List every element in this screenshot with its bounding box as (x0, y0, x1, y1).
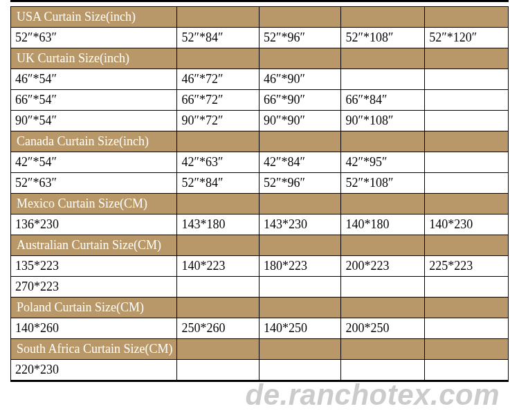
size-cell: 52″*96″ (259, 173, 341, 194)
size-cell: 52″*96″ (259, 28, 341, 48)
header-cell (177, 298, 260, 318)
section-header: Australian Curtain Size(CM) (11, 235, 509, 256)
header-cell (425, 339, 509, 360)
size-cell: 143*230 (259, 214, 341, 235)
size-cell: 143*180 (177, 214, 260, 235)
header-cell (425, 235, 509, 256)
header-cell (259, 48, 341, 69)
size-cell: 90″*90″ (259, 111, 341, 131)
bottom-rule (10, 380, 509, 382)
size-cell (425, 90, 509, 111)
size-cell: 66″*84″ (341, 90, 425, 111)
table-row: 135*223140*223180*223200*223225*223 (11, 256, 509, 277)
curtain-size-table: USA Curtain Size(inch) 52″*63″52″*84″52″… (10, 6, 509, 381)
size-cell (425, 277, 509, 298)
section-title: USA Curtain Size(inch) (11, 7, 177, 28)
table-row: 42″*54″42″*63″42″*84″42″*95″ (11, 152, 509, 173)
size-cell (425, 360, 509, 381)
header-cell (259, 131, 341, 152)
size-cell: 136*230 (11, 214, 177, 235)
table-row: 66″*54″66″*72″66″*90″66″*84″ (11, 90, 509, 111)
size-cell (259, 360, 341, 381)
size-cell: 42″*63″ (177, 152, 260, 173)
header-cell (259, 235, 341, 256)
size-cell: 52″*63″ (11, 28, 177, 48)
size-cell (425, 111, 509, 131)
size-cell: 42″*95″ (341, 152, 425, 173)
header-cell (177, 194, 260, 214)
section-header: UK Curtain Size(inch) (11, 48, 509, 69)
size-cell: 140*230 (425, 214, 509, 235)
size-cell: 52″*63″ (11, 173, 177, 194)
size-cell: 52″*120″ (425, 28, 509, 48)
section-title: Canada Curtain Size(inch) (11, 131, 177, 152)
header-cell (341, 131, 425, 152)
size-cell: 140*250 (259, 318, 341, 339)
size-cell: 52″*108″ (341, 173, 425, 194)
header-cell (259, 194, 341, 214)
size-cell: 225*223 (425, 256, 509, 277)
header-cell (341, 7, 425, 28)
size-cell: 200*250 (341, 318, 425, 339)
size-cell (341, 69, 425, 90)
size-cell: 250*260 (177, 318, 260, 339)
section-title: UK Curtain Size(inch) (11, 48, 177, 69)
size-cell: 52″*84″ (177, 173, 260, 194)
header-cell (341, 339, 425, 360)
header-cell (425, 48, 509, 69)
header-cell (425, 194, 509, 214)
header-cell (341, 235, 425, 256)
size-cell: 220*230 (11, 360, 177, 381)
size-cell: 66″*54″ (11, 90, 177, 111)
section-header: Mexico Curtain Size(CM) (11, 194, 509, 214)
header-cell (177, 48, 260, 69)
table-row: 46″*54″46″*72″46″*90″ (11, 69, 509, 90)
size-cell: 270*223 (11, 277, 177, 298)
size-cell: 46″*54″ (11, 69, 177, 90)
size-cell (259, 277, 341, 298)
size-cell (341, 277, 425, 298)
table-row: 220*230 (11, 360, 509, 381)
header-cell (259, 339, 341, 360)
table-row: 52″*63″52″*84″52″*96″52″*108″ (11, 173, 509, 194)
header-cell (259, 298, 341, 318)
header-cell (425, 131, 509, 152)
header-cell (425, 7, 509, 28)
size-cell: 90″*72″ (177, 111, 260, 131)
size-cell: 52″*108″ (341, 28, 425, 48)
size-cell: 46″*72″ (177, 69, 260, 90)
section-title: South Africa Curtain Size(CM) (11, 339, 177, 360)
header-cell (341, 194, 425, 214)
size-cell (177, 277, 260, 298)
size-cell: 90″*54″ (11, 111, 177, 131)
size-cell (425, 152, 509, 173)
table-row: 270*223 (11, 277, 509, 298)
size-cell: 66″*90″ (259, 90, 341, 111)
header-cell (425, 298, 509, 318)
section-header: USA Curtain Size(inch) (11, 7, 509, 28)
size-cell: 42″*84″ (259, 152, 341, 173)
section-title: Australian Curtain Size(CM) (11, 235, 177, 256)
header-cell (341, 298, 425, 318)
header-cell (177, 339, 260, 360)
header-cell (177, 235, 260, 256)
size-cell (425, 318, 509, 339)
header-cell (177, 7, 260, 28)
size-cell: 140*180 (341, 214, 425, 235)
section-title: Poland Curtain Size(CM) (11, 298, 177, 318)
header-cell (341, 48, 425, 69)
size-cell: 140*260 (11, 318, 177, 339)
watermark: de.ranchotex.com (246, 378, 500, 412)
size-cell: 200*223 (341, 256, 425, 277)
size-cell (425, 69, 509, 90)
top-rule (10, 0, 509, 2)
size-cell: 52″*84″ (177, 28, 260, 48)
size-cell: 66″*72″ (177, 90, 260, 111)
size-cell: 42″*54″ (11, 152, 177, 173)
table-row: 52″*63″52″*84″52″*96″52″*108″52″*120″ (11, 28, 509, 48)
size-cell (177, 360, 260, 381)
table-row: 90″*54″90″*72″90″*90″90″*108″ (11, 111, 509, 131)
size-cell (341, 360, 425, 381)
section-header: South Africa Curtain Size(CM) (11, 339, 509, 360)
size-cell: 46″*90″ (259, 69, 341, 90)
